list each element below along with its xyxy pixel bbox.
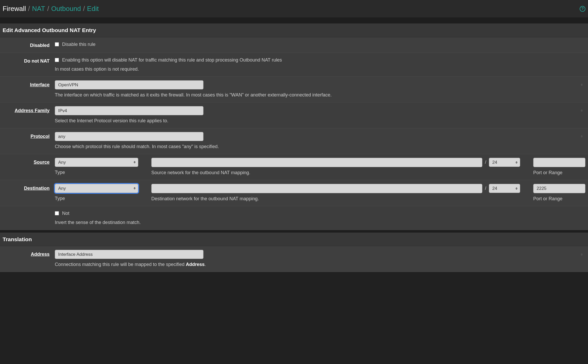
- row-source: Source Any Type /: [0, 154, 588, 180]
- label-protocol[interactable]: Protocol: [3, 132, 55, 140]
- select-translation-address[interactable]: Interface Address: [55, 250, 203, 259]
- panel-title: Edit Advanced Outbound NAT Entry: [0, 23, 588, 37]
- select-address-family[interactable]: IPv4: [55, 106, 203, 115]
- row-interface: Interface OpenVPN The interface on which…: [0, 77, 588, 102]
- chevron-updown-icon: [581, 135, 583, 138]
- breadcrumb-edit[interactable]: Edit: [87, 4, 99, 14]
- row-address-family: Address Family IPv4 Select the Internet …: [0, 102, 588, 128]
- help-icon[interactable]: ?: [580, 6, 585, 12]
- label-not-empty: [3, 210, 55, 211]
- help-protocol: Choose which protocol this rule should m…: [55, 143, 585, 150]
- slash: /: [485, 185, 486, 192]
- label-address-family[interactable]: Address Family: [3, 106, 55, 114]
- slash: /: [485, 159, 486, 166]
- input-source-network[interactable]: [151, 158, 482, 167]
- sublabel-destination-network: Destination network for the outbound NAT…: [151, 195, 520, 202]
- select-destination-type[interactable]: Any: [55, 184, 138, 193]
- label-disabled: Disabled: [3, 41, 55, 49]
- breadcrumb-root: Firewall: [3, 4, 26, 14]
- sublabel-source-network: Source network for the outbound NAT mapp…: [151, 169, 520, 176]
- row-destination: Destination Any Type /: [0, 180, 588, 206]
- row-translation-address: Address Interface Address Connections ma…: [0, 246, 588, 272]
- breadcrumb-nat[interactable]: NAT: [32, 4, 45, 14]
- sublabel-source-port: Port or Range: [533, 169, 585, 176]
- chevron-updown-icon: [581, 84, 583, 86]
- breadcrumb-outbound[interactable]: Outbound: [51, 4, 81, 14]
- row-disabled: Disabled Disable this rule: [0, 37, 588, 53]
- breadcrumb-sep: /: [47, 4, 49, 14]
- checkbox-disabled-label: Disable this rule: [62, 41, 95, 48]
- spacer: [0, 230, 588, 233]
- help-donotnat: In most cases this option is not require…: [55, 66, 585, 73]
- row-donotnat: Do not NAT Enabling this option will dis…: [0, 53, 588, 77]
- label-destination[interactable]: Destination: [3, 184, 55, 192]
- sublabel-source-type: Type: [55, 169, 138, 176]
- chevron-updown-icon: [581, 110, 583, 112]
- sublabel-destination-port: Port or Range: [533, 195, 585, 202]
- breadcrumb-sep: /: [28, 4, 30, 14]
- select-protocol[interactable]: any: [55, 132, 203, 141]
- input-source-port[interactable]: [533, 158, 585, 167]
- select-destination-mask[interactable]: 24: [489, 184, 520, 193]
- checkbox-not[interactable]: [55, 211, 59, 215]
- help-translation-address: Connections matching this rule will be m…: [55, 261, 585, 268]
- input-destination-network[interactable]: [151, 184, 482, 193]
- checkbox-donotnat-label: Enabling this option will disable NAT fo…: [62, 57, 282, 64]
- help-address-family: Select the Internet Protocol version thi…: [55, 117, 585, 124]
- panel-title-translation: Translation: [0, 233, 588, 246]
- panel-translation: Translation Address Interface Address Co…: [0, 233, 588, 272]
- chevron-updown-icon: [581, 253, 583, 256]
- checkbox-not-label: Not: [62, 210, 69, 217]
- breadcrumb-sep: /: [83, 4, 85, 14]
- input-destination-port[interactable]: [533, 184, 585, 193]
- label-interface[interactable]: Interface: [3, 80, 55, 88]
- select-source-type[interactable]: Any: [55, 158, 138, 167]
- checkbox-disabled[interactable]: [55, 42, 59, 46]
- help-not: Invert the sense of the destination matc…: [55, 219, 585, 226]
- select-source-mask[interactable]: 24: [489, 158, 520, 167]
- label-translation-address[interactable]: Address: [3, 250, 55, 258]
- row-protocol: Protocol any Choose which protocol this …: [0, 128, 588, 154]
- panel-edit-nat: Edit Advanced Outbound NAT Entry Disable…: [0, 23, 588, 230]
- spacer: [0, 18, 588, 23]
- help-interface: The interface on which traffic is matche…: [55, 92, 585, 99]
- checkbox-donotnat[interactable]: [55, 58, 59, 62]
- label-source[interactable]: Source: [3, 158, 55, 166]
- select-interface[interactable]: OpenVPN: [55, 80, 203, 89]
- row-not: Not Invert the sense of the destination …: [0, 206, 588, 230]
- label-donotnat: Do not NAT: [3, 57, 55, 65]
- breadcrumb: Firewall / NAT / Outbound / Edit: [3, 4, 99, 14]
- breadcrumb-bar: Firewall / NAT / Outbound / Edit ?: [0, 0, 588, 18]
- sublabel-destination-type: Type: [55, 195, 138, 202]
